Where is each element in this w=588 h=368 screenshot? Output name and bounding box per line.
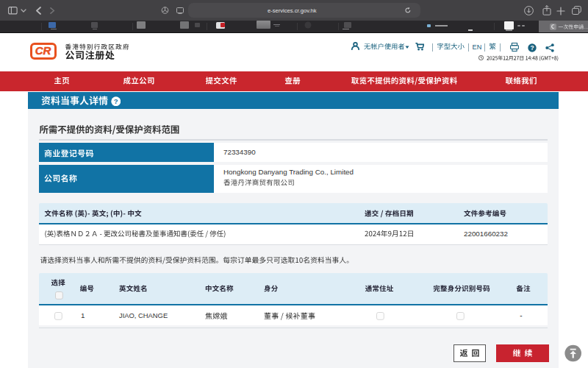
svg-text:?: ?	[113, 97, 118, 105]
svg-text:?: ?	[530, 44, 534, 52]
